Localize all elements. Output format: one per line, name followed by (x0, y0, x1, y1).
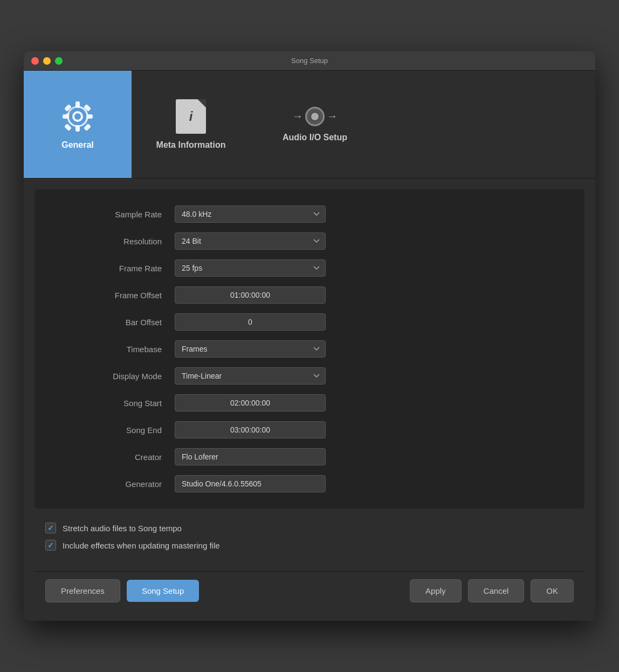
io-icon: → → (292, 107, 338, 126)
generator-label: Generator (67, 479, 175, 489)
io-circle (305, 107, 325, 126)
resolution-row: Resolution 16 Bit 24 Bit 32 Bit Float (67, 232, 552, 250)
preferences-button[interactable]: Preferences (45, 579, 120, 602)
document-icon: i (176, 99, 206, 134)
titlebar: Song Setup (24, 51, 595, 71)
tab-general-label: General (61, 140, 94, 150)
include-effects-checkbox[interactable]: ✓ (45, 540, 56, 551)
bar-offset-field[interactable] (175, 313, 326, 331)
song-end-label: Song End (67, 426, 175, 435)
timebase-row: Timebase Frames Beats (67, 340, 552, 358)
timebase-input: Frames Beats (175, 340, 326, 358)
tab-general[interactable]: General (24, 71, 132, 178)
frame-rate-row: Frame Rate 24 fps 25 fps 29.97 fps 30 fp… (67, 259, 552, 277)
frame-offset-input (175, 286, 326, 304)
song-start-row: Song Start (67, 394, 552, 412)
resolution-label: Resolution (67, 237, 175, 246)
ok-button[interactable]: OK (531, 579, 574, 602)
svg-point-1 (74, 113, 81, 120)
apply-button[interactable]: Apply (410, 579, 462, 602)
tab-bar: General i Meta Information → → Audio I/O… (24, 71, 595, 179)
bar-offset-row: Bar Offset (67, 313, 552, 331)
display-mode-input: Time-Linear Bars+Beats (175, 367, 326, 385)
svg-rect-9 (84, 123, 91, 131)
checkboxes-section: ✓ Stretch audio files to Song tempo ✓ In… (35, 517, 584, 563)
cancel-button[interactable]: Cancel (468, 579, 525, 602)
tab-audio-io[interactable]: → → Audio I/O Setup (250, 71, 380, 178)
main-content: Sample Rate 44.1 kHz 48.0 kHz 88.2 kHz 9… (24, 179, 595, 621)
sample-rate-row: Sample Rate 44.1 kHz 48.0 kHz 88.2 kHz 9… (67, 205, 552, 223)
creator-label: Creator (67, 452, 175, 462)
creator-row: Creator (67, 448, 552, 465)
creator-field[interactable] (175, 448, 326, 465)
maximize-button[interactable] (55, 57, 63, 65)
stretch-audio-checkbox[interactable]: ✓ (45, 523, 56, 533)
tab-meta-label: Meta Information (156, 140, 226, 150)
sample-rate-label: Sample Rate (67, 210, 175, 219)
timebase-select[interactable]: Frames Beats (175, 340, 326, 358)
frame-offset-row: Frame Offset (67, 286, 552, 304)
frame-offset-field[interactable] (175, 286, 326, 304)
minimize-button[interactable] (43, 57, 51, 65)
frame-rate-label: Frame Rate (67, 264, 175, 273)
display-mode-label: Display Mode (67, 372, 175, 381)
song-end-row: Song End (67, 421, 552, 438)
tab-meta-information[interactable]: i Meta Information (132, 71, 250, 178)
creator-input (175, 448, 326, 465)
bar-offset-input (175, 313, 326, 331)
song-end-field[interactable] (175, 421, 326, 438)
bottom-bar: Preferences Song Setup Apply Cancel OK (35, 571, 584, 610)
song-start-label: Song Start (67, 399, 175, 408)
gear-icon (60, 99, 95, 134)
bar-offset-label: Bar Offset (67, 318, 175, 327)
song-setup-button[interactable]: Song Setup (127, 580, 199, 602)
window-controls (31, 57, 63, 65)
display-mode-select[interactable]: Time-Linear Bars+Beats (175, 367, 326, 385)
tab-audio-label: Audio I/O Setup (283, 133, 347, 142)
resolution-input: 16 Bit 24 Bit 32 Bit Float (175, 232, 326, 250)
sample-rate-input: 44.1 kHz 48.0 kHz 88.2 kHz 96.0 kHz 192.… (175, 205, 326, 223)
song-start-input (175, 394, 326, 412)
display-mode-row: Display Mode Time-Linear Bars+Beats (67, 367, 552, 385)
stretch-audio-row: ✓ Stretch audio files to Song tempo (45, 523, 574, 533)
include-effects-row: ✓ Include effects when updating masterin… (45, 540, 574, 551)
settings-box: Sample Rate 44.1 kHz 48.0 kHz 88.2 kHz 9… (35, 189, 584, 509)
main-window: Song Setup (24, 51, 595, 621)
frame-rate-select[interactable]: 24 fps 25 fps 29.97 fps 30 fps (175, 259, 326, 277)
resolution-select[interactable]: 16 Bit 24 Bit 32 Bit Float (175, 232, 326, 250)
svg-rect-8 (64, 123, 72, 131)
include-effects-label: Include effects when updating mastering … (63, 541, 220, 550)
window-title: Song Setup (291, 57, 328, 65)
stretch-audio-label: Stretch audio files to Song tempo (63, 524, 182, 533)
timebase-label: Timebase (67, 345, 175, 354)
close-button[interactable] (31, 57, 39, 65)
generator-row: Generator (67, 475, 552, 492)
song-end-input (175, 421, 326, 438)
generator-field[interactable] (175, 475, 326, 492)
sample-rate-select[interactable]: 44.1 kHz 48.0 kHz 88.2 kHz 96.0 kHz 192.… (175, 205, 326, 223)
frame-offset-label: Frame Offset (67, 291, 175, 300)
song-start-field[interactable] (175, 394, 326, 412)
generator-input (175, 475, 326, 492)
frame-rate-input: 24 fps 25 fps 29.97 fps 30 fps (175, 259, 326, 277)
